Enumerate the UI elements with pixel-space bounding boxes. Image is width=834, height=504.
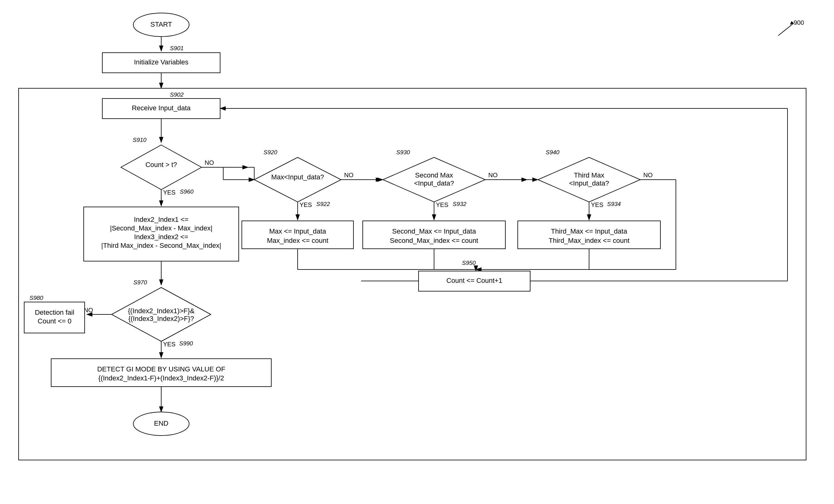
s970-text1: {(Index2_Index1)>F}&	[128, 307, 195, 315]
s910-no-label: NO	[205, 159, 214, 166]
s901-step-label: S901	[170, 45, 183, 51]
s990-step-label-arrow: S990	[179, 340, 193, 347]
s930-text2: <Input_data?	[414, 179, 454, 187]
s930-no-label: NO	[488, 171, 498, 178]
s960-text1: Index2_Index1 <=	[134, 215, 189, 223]
s902-step-label: S902	[170, 91, 184, 98]
s980-text2: Count <= 0	[38, 317, 72, 325]
s934-text1: Third_Max <= Input_data	[551, 227, 628, 235]
svg-line-2	[778, 23, 794, 36]
s920-text: Max<Input_data?	[271, 173, 324, 181]
s932-text1: Second_Max <= Input_data	[392, 227, 476, 235]
s980-text1: Detection fail	[35, 308, 74, 316]
s920-no-label: NO	[344, 171, 353, 178]
s934-step-label: S934	[607, 201, 621, 207]
s940-text2: <Input_data?	[569, 179, 609, 187]
s960-text4: |Third Max_index - Second_Max_index|	[102, 242, 221, 249]
s922-step-label: S922	[316, 201, 330, 207]
s940-no-label: NO	[643, 171, 653, 178]
s970-step-label: S970	[133, 279, 147, 285]
s932-text2: Second_Max_index <= count	[390, 237, 478, 245]
s950-step-label: S950	[462, 259, 476, 266]
s920-step-label: S920	[264, 149, 278, 156]
s990-text2: {(Index2_Index1-F)+(Index3_Index2-F)}/2	[98, 374, 224, 382]
s970-yes-label: YES	[163, 341, 175, 348]
s960-text3: Index3_index2 <=	[134, 233, 189, 241]
s930-yes-label: YES	[436, 201, 448, 208]
s922-text1: Max <= Input_data	[269, 227, 326, 235]
dummy	[248, 167, 254, 180]
s930-step-label: S930	[396, 149, 410, 156]
s970-text2: {(Index3_Index2)>F}?	[128, 315, 194, 322]
s902-text: Receive Input_data	[132, 104, 191, 112]
s930-text1: Second Max	[415, 171, 453, 179]
s910-text: Count > t?	[146, 161, 177, 168]
s980-step-label: S980	[29, 295, 43, 301]
figure-number: 900	[794, 19, 804, 26]
s910-step-label: S910	[133, 137, 147, 143]
s990-text1: DETECT GI MODE BY USING VALUE OF	[97, 365, 225, 373]
s932-step-label: S932	[453, 201, 467, 207]
s934-text2: Third_Max_index <= count	[549, 237, 630, 245]
s922-text2: Max_index <= count	[267, 237, 328, 245]
s950-text: Count <= Count+1	[446, 277, 502, 284]
s960-text2: |Second_Max_index - Max_index|	[110, 224, 213, 232]
s901-text: Initialize Variables	[134, 58, 189, 66]
s940-step-label: S940	[546, 149, 559, 156]
s940-yes-label: YES	[591, 201, 603, 208]
s920-yes-label: YES	[300, 201, 312, 208]
s940-text1: Third Max	[574, 171, 604, 179]
s960-step-label2: S960	[180, 188, 194, 195]
s970-no-label: NO	[84, 307, 93, 314]
outer-box	[19, 88, 806, 460]
flowchart-container: 900 START S901 Initialize Variables S902…	[0, 0, 834, 504]
svg-marker-3	[790, 21, 794, 25]
end-label: END	[154, 419, 168, 427]
start-label: START	[150, 20, 172, 28]
s910-yes-label: YES	[163, 189, 175, 196]
